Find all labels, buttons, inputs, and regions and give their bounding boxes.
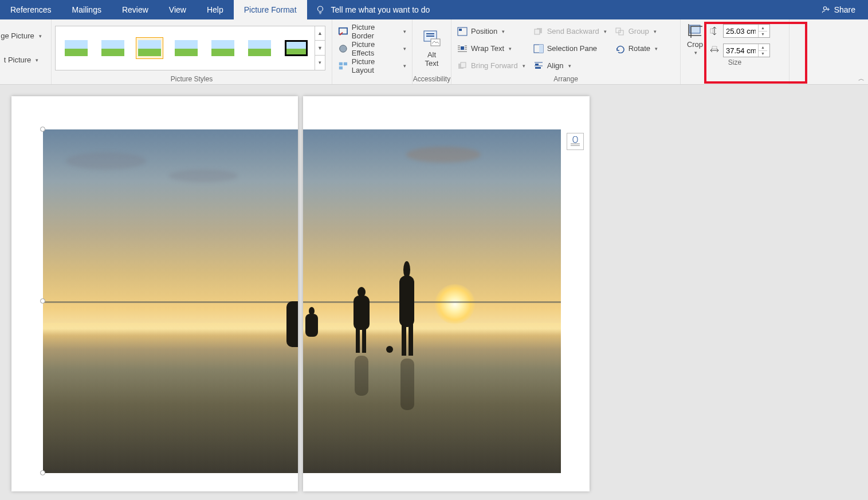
group-label-empty [332,74,412,84]
picture-effects-icon [338,44,348,54]
width-up[interactable]: ▲ [759,44,767,51]
alt-text-label-2: Text [425,59,439,68]
chevron-down-icon: ▾ [36,57,38,63]
wrap-text-button[interactable]: Wrap Text▾ [455,42,528,56]
picture-effects-button[interactable]: Picture Effects▾ [336,42,409,56]
tab-view[interactable]: View [159,0,197,19]
picture-commands-group: Picture Border▾ Picture Effects▾ Picture… [332,19,413,84]
rotate-icon [615,44,625,53]
gallery-up[interactable]: ▲ [315,26,325,41]
document-canvas[interactable] [0,85,868,500]
arrange-label: Arrange [451,74,680,84]
adjust-group-partial: ge Picture▾ t Picture▾ [0,19,52,84]
selected-picture-left[interactable] [43,129,298,473]
position-label: Position [471,27,497,36]
selection-handle[interactable] [40,127,45,132]
picture-styles-label: Picture Styles [52,74,332,84]
selection-handle[interactable] [40,470,45,475]
alt-text-icon [422,29,442,48]
style-thumb-3[interactable] [136,37,163,59]
height-input[interactable] [724,27,758,36]
group-label-btn: Group [629,27,649,36]
bring-forward-label: Bring Forward [471,61,518,70]
chevron-down-icon: ▾ [403,29,406,34]
share-button[interactable]: Share [809,0,868,19]
height-spinner[interactable]: ▲▼ [723,24,770,38]
tab-review[interactable]: Review [112,0,159,19]
gallery-more[interactable]: ▾ [315,56,325,70]
tell-me-search[interactable]: Tell me what you want to do [307,0,438,19]
crop-icon [686,23,704,39]
reset-picture-button[interactable]: t Picture▾ [4,53,45,67]
width-input[interactable] [724,46,758,55]
group-button: Group▾ [612,25,660,38]
svg-rect-26 [712,46,717,49]
selection-pane-button[interactable]: Selection Pane [531,42,609,56]
reset-picture-label: t Picture [4,56,32,64]
change-picture-button[interactable]: ge Picture▾ [1,29,48,43]
share-icon [822,5,831,14]
chevron-down-icon: ▾ [403,46,406,52]
gallery-down[interactable]: ▼ [315,41,325,56]
tab-help[interactable]: Help [197,0,234,19]
chevron-down-icon: ▾ [655,46,658,52]
layout-options-button[interactable] [567,133,584,150]
picture-styles-group: ▲ ▼ ▾ Picture Styles [52,19,332,84]
bring-forward-icon [457,61,468,70]
height-down[interactable]: ▼ [759,32,767,38]
alt-text-button[interactable]: AltText [419,26,445,70]
width-spinner[interactable]: ▲▼ [723,44,770,57]
crop-button[interactable]: Crop ▾ [686,23,704,56]
position-button[interactable]: Position▾ [455,25,528,38]
picture-border-icon [338,26,348,37]
style-thumb-7[interactable] [282,37,310,59]
picture-layout-button[interactable]: Picture Layout▾ [336,59,409,73]
chevron-down-icon: ▾ [654,29,657,34]
chevron-down-icon: ▾ [568,63,571,69]
picture-border-button[interactable]: Picture Border▾ [336,25,409,38]
bring-forward-button: Bring Forward▾ [455,59,528,73]
selection-handle[interactable] [40,298,45,304]
arrange-group: Position▾ Wrap Text▾ Bring Forward▾ Send [451,19,681,84]
group-icon [615,27,625,36]
width-down[interactable]: ▼ [759,51,767,57]
svg-rect-9 [426,36,434,37]
selected-picture-right[interactable] [303,129,561,473]
style-thumb-2[interactable] [99,37,127,59]
svg-rect-4 [339,62,343,65]
tab-mailings[interactable]: Mailings [62,0,112,19]
selection-pane-icon [533,44,544,53]
width-row: ▲▼ [709,44,770,57]
style-thumb-4[interactable] [172,37,200,59]
align-label: Align [547,61,564,70]
change-picture-label: ge Picture [1,32,34,40]
rotate-button[interactable]: Rotate▾ [612,42,660,56]
accessibility-label: Accessibility [413,74,451,84]
svg-rect-17 [535,29,540,34]
group-label [0,74,51,84]
chevron-down-icon: ▾ [523,63,525,69]
accessibility-group: AltText Accessibility [413,19,451,84]
chevron-down-icon: ▾ [502,29,505,34]
selection-pane-label: Selection Pane [547,44,597,53]
height-row: ▲▼ [709,24,770,38]
wrap-text-label: Wrap Text [471,44,504,53]
style-thumb-1[interactable] [62,37,90,59]
gallery-scroll: ▲ ▼ ▾ [315,26,325,70]
rotate-label: Rotate [629,44,650,53]
svg-rect-15 [461,62,466,68]
chevron-down-icon: ▾ [694,50,697,56]
picture-border-label: Picture Border [352,23,399,40]
height-up[interactable]: ▲ [759,25,767,32]
tab-picture-format[interactable]: Picture Format [234,0,307,19]
collapse-ribbon-button[interactable]: ︿ [858,74,865,83]
svg-rect-6 [339,66,343,69]
layout-options-icon [569,136,581,147]
tab-references[interactable]: References [0,0,62,19]
wrap-text-icon [457,44,468,53]
chevron-down-icon: ▾ [403,63,406,69]
style-thumb-6[interactable] [246,37,273,59]
align-button[interactable]: Align▾ [531,59,609,73]
chevron-down-icon: ▾ [39,33,42,39]
style-thumb-5[interactable] [209,37,237,59]
